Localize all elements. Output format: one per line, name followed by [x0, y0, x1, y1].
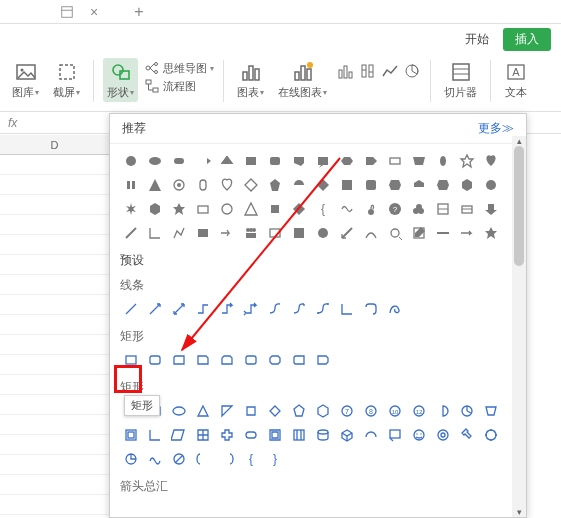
shape-icon[interactable] — [240, 198, 262, 220]
shape-icon[interactable] — [480, 198, 502, 220]
shape-icon[interactable] — [456, 150, 478, 172]
shape-icon[interactable] — [144, 222, 166, 244]
pie-chart-icon[interactable] — [403, 62, 421, 83]
shape-icon[interactable]: 8 — [360, 400, 382, 422]
ribbon-onlinechart[interactable]: 在线图表▾ — [274, 58, 331, 102]
scroll-thumb[interactable] — [514, 146, 524, 266]
shape-icon[interactable] — [144, 174, 166, 196]
shape-icon[interactable] — [336, 222, 358, 244]
shape-icon[interactable] — [192, 150, 214, 172]
shape-icon[interactable] — [168, 222, 190, 244]
shape-icon[interactable] — [120, 424, 142, 446]
ribbon-screenshot[interactable]: 截屏▾ — [49, 58, 84, 102]
shape-icon[interactable] — [432, 150, 454, 172]
shape-icon[interactable] — [480, 400, 502, 422]
shape-icon[interactable] — [168, 298, 190, 320]
shape-icon[interactable] — [432, 400, 454, 422]
shape-icon[interactable] — [240, 400, 262, 422]
shape-icon[interactable] — [360, 298, 382, 320]
shape-icon[interactable] — [216, 424, 238, 446]
shape-icon[interactable] — [144, 198, 166, 220]
shape-icon[interactable] — [168, 400, 190, 422]
shape-icon[interactable] — [264, 400, 286, 422]
shape-icon[interactable] — [216, 174, 238, 196]
shape-icon[interactable] — [288, 198, 310, 220]
shape-icon[interactable] — [408, 198, 430, 220]
shape-icon[interactable] — [288, 349, 310, 371]
scroll-up-icon[interactable]: ▴ — [512, 136, 526, 146]
shape-icon[interactable] — [192, 198, 214, 220]
shape-icon[interactable] — [216, 298, 238, 320]
shape-icon[interactable] — [312, 174, 334, 196]
new-tab-button[interactable]: + — [134, 3, 143, 21]
shape-icon[interactable] — [264, 298, 286, 320]
shape-icon[interactable] — [216, 448, 238, 470]
shape-icon[interactable] — [360, 198, 382, 220]
shape-icon[interactable] — [408, 222, 430, 244]
shape-icon[interactable] — [312, 424, 334, 446]
shape-icon[interactable] — [408, 174, 430, 196]
shape-icon[interactable] — [264, 198, 286, 220]
shape-icon[interactable] — [264, 150, 286, 172]
panel-scrollbar[interactable]: ▴ ▾ — [512, 136, 526, 517]
shape-icon[interactable] — [264, 424, 286, 446]
shape-icon[interactable] — [144, 448, 166, 470]
shape-icon[interactable] — [264, 174, 286, 196]
shape-icon[interactable] — [192, 222, 214, 244]
shape-icon[interactable]: { — [240, 448, 262, 470]
shape-icon[interactable] — [120, 222, 142, 244]
tab-insert[interactable]: 插入 — [503, 28, 551, 51]
shape-icon[interactable] — [384, 174, 406, 196]
ribbon-flowchart[interactable]: 流程图 — [144, 78, 214, 94]
shape-icon[interactable]: } — [264, 448, 286, 470]
shape-icon[interactable] — [456, 424, 478, 446]
shape-icon[interactable] — [432, 198, 454, 220]
ribbon-shapes[interactable]: 形状▾ — [103, 58, 138, 102]
shape-icon[interactable] — [336, 298, 358, 320]
shape-icon[interactable] — [192, 298, 214, 320]
line-chart-icon[interactable] — [381, 62, 399, 83]
column-header-d[interactable]: D — [0, 135, 110, 155]
shape-icon[interactable] — [240, 424, 262, 446]
shape-icon[interactable] — [408, 424, 430, 446]
shape-icon[interactable] — [288, 222, 310, 244]
shape-icon[interactable] — [288, 174, 310, 196]
shape-icon[interactable] — [168, 448, 190, 470]
panel-more-link[interactable]: 更多≫ — [478, 120, 514, 137]
shape-icon[interactable]: 7 — [336, 400, 358, 422]
shape-icon[interactable] — [192, 400, 214, 422]
shape-icon[interactable] — [360, 222, 382, 244]
ribbon-textbox[interactable]: A 文本 — [500, 58, 532, 102]
scroll-down-icon[interactable]: ▾ — [512, 507, 526, 517]
shape-icon[interactable]: 10 — [384, 400, 406, 422]
shape-icon[interactable] — [288, 298, 310, 320]
bar-chart-icon[interactable] — [337, 62, 355, 83]
shape-icon[interactable] — [336, 424, 358, 446]
tab-close-icon[interactable]: × — [90, 4, 98, 20]
shape-icon[interactable] — [216, 150, 238, 172]
shape-icon[interactable] — [216, 400, 238, 422]
shape-icon[interactable] — [168, 150, 190, 172]
tab-start[interactable]: 开始 — [465, 31, 489, 48]
shape-icon[interactable] — [288, 150, 310, 172]
shape-icon[interactable] — [480, 150, 502, 172]
shape-icon[interactable] — [216, 198, 238, 220]
shape-icon[interactable] — [360, 150, 382, 172]
shape-icon[interactable] — [384, 298, 406, 320]
shape-icon[interactable] — [480, 424, 502, 446]
shape-icon[interactable]: ? — [384, 198, 406, 220]
shape-icon[interactable] — [240, 150, 262, 172]
shape-icon[interactable] — [432, 424, 454, 446]
shape-icon[interactable] — [480, 222, 502, 244]
shape-icon[interactable] — [360, 174, 382, 196]
shape-icon[interactable]: 12 — [408, 400, 430, 422]
shape-icon[interactable] — [312, 298, 334, 320]
shape-icon[interactable] — [216, 222, 238, 244]
ribbon-chart[interactable]: 图表▾ — [233, 58, 268, 102]
shape-icon[interactable] — [456, 400, 478, 422]
shape-icon[interactable] — [168, 174, 190, 196]
shape-icon[interactable] — [240, 174, 262, 196]
ribbon-gallery[interactable]: 图库▾ — [8, 58, 43, 102]
shape-icon[interactable] — [120, 198, 142, 220]
shape-icon[interactable] — [240, 222, 262, 244]
